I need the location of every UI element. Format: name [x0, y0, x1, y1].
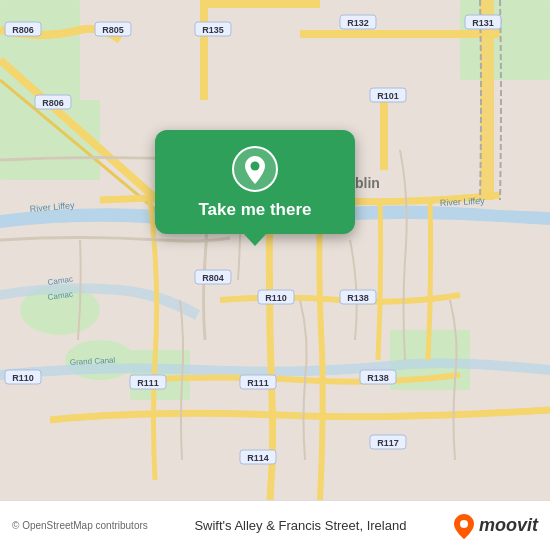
map-container: R806 R805 R135 R132 R131 R806 R101 R110 … [0, 0, 550, 500]
svg-point-52 [251, 162, 260, 171]
svg-text:R135: R135 [202, 25, 224, 35]
svg-text:R131: R131 [472, 18, 494, 28]
moovit-pin-icon [453, 513, 475, 539]
bottom-bar: © OpenStreetMap contributors Swift's All… [0, 500, 550, 550]
svg-text:R805: R805 [102, 25, 124, 35]
svg-rect-9 [300, 30, 500, 38]
moovit-logo: moovit [453, 513, 538, 539]
svg-text:R101: R101 [377, 91, 399, 101]
svg-rect-3 [460, 0, 550, 80]
svg-text:R110: R110 [12, 373, 34, 383]
svg-text:R117: R117 [377, 438, 399, 448]
svg-text:R804: R804 [202, 273, 224, 283]
map-pin-icon [232, 146, 278, 192]
popup-label: Take me there [198, 200, 311, 220]
svg-text:R806: R806 [42, 98, 64, 108]
svg-point-53 [460, 520, 468, 528]
map-background: R806 R805 R135 R132 R131 R806 R101 R110 … [0, 0, 550, 500]
svg-text:R110: R110 [265, 293, 287, 303]
svg-text:R806: R806 [12, 25, 34, 35]
svg-text:R138: R138 [367, 373, 389, 383]
svg-text:R132: R132 [347, 18, 369, 28]
svg-rect-11 [200, 0, 320, 8]
attribution: © OpenStreetMap contributors [12, 520, 148, 531]
take-me-there-popup[interactable]: Take me there [155, 130, 355, 234]
moovit-brand-text: moovit [479, 515, 538, 536]
svg-text:R114: R114 [247, 453, 269, 463]
svg-text:R111: R111 [247, 378, 269, 388]
svg-text:R111: R111 [137, 378, 159, 388]
svg-text:R138: R138 [347, 293, 369, 303]
location-label: Swift's Alley & Francis Street, Ireland [194, 518, 406, 533]
svg-rect-10 [200, 0, 208, 100]
svg-text:blin: blin [355, 175, 380, 191]
